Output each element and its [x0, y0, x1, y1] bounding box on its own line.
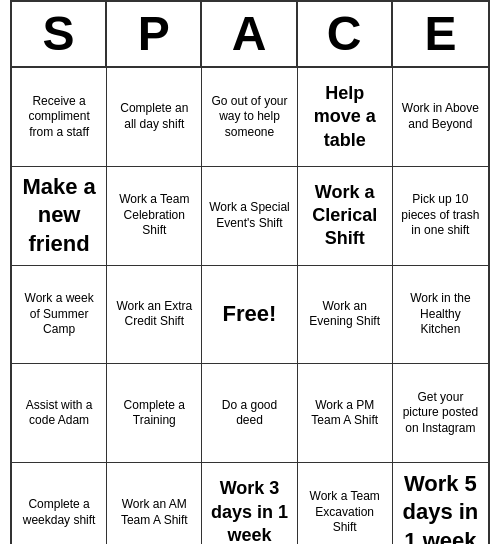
bingo-cell[interactable]: Work a Team Celebration Shift — [107, 167, 202, 266]
bingo-cell[interactable]: Make a new friend — [12, 167, 107, 266]
bingo-cell[interactable]: Work a Clerical Shift — [298, 167, 393, 266]
bingo-card: SPACE Receive a compliment from a staffC… — [10, 0, 490, 544]
bingo-cell[interactable]: Work a Special Event's Shift — [202, 167, 297, 266]
bingo-cell[interactable]: Work a Team Excavation Shift — [298, 463, 393, 544]
bingo-cell[interactable]: Work an AM Team A Shift — [107, 463, 202, 544]
header-letter: S — [12, 2, 107, 66]
bingo-cell[interactable]: Work 5 days in 1 week — [393, 463, 488, 544]
bingo-cell[interactable]: Work an Extra Credit Shift — [107, 266, 202, 365]
bingo-cell[interactable]: Complete a Training — [107, 364, 202, 463]
bingo-cell[interactable]: Work an Evening Shift — [298, 266, 393, 365]
header-letter: C — [298, 2, 393, 66]
bingo-cell[interactable]: Pick up 10 pieces of trash in one shift — [393, 167, 488, 266]
bingo-cell[interactable]: Help move a table — [298, 68, 393, 167]
bingo-cell[interactable]: Do a good deed — [202, 364, 297, 463]
bingo-cell[interactable]: Complete a weekday shift — [12, 463, 107, 544]
bingo-cell[interactable]: Complete an all day shift — [107, 68, 202, 167]
header-letter: E — [393, 2, 488, 66]
header-letter: P — [107, 2, 202, 66]
bingo-cell[interactable]: Go out of your way to help someone — [202, 68, 297, 167]
bingo-cell[interactable]: Receive a compliment from a staff — [12, 68, 107, 167]
bingo-header: SPACE — [12, 2, 488, 68]
bingo-cell[interactable]: Assist with a code Adam — [12, 364, 107, 463]
bingo-cell[interactable]: Work a week of Summer Camp — [12, 266, 107, 365]
bingo-cell[interactable]: Free! — [202, 266, 297, 365]
header-letter: A — [202, 2, 297, 66]
bingo-cell[interactable]: Work 3 days in 1 week — [202, 463, 297, 544]
bingo-cell[interactable]: Get your picture posted on Instagram — [393, 364, 488, 463]
bingo-cell[interactable]: Work a PM Team A Shift — [298, 364, 393, 463]
bingo-cell[interactable]: Work in Above and Beyond — [393, 68, 488, 167]
bingo-grid: Receive a compliment from a staffComplet… — [12, 68, 488, 544]
bingo-cell[interactable]: Work in the Healthy Kitchen — [393, 266, 488, 365]
